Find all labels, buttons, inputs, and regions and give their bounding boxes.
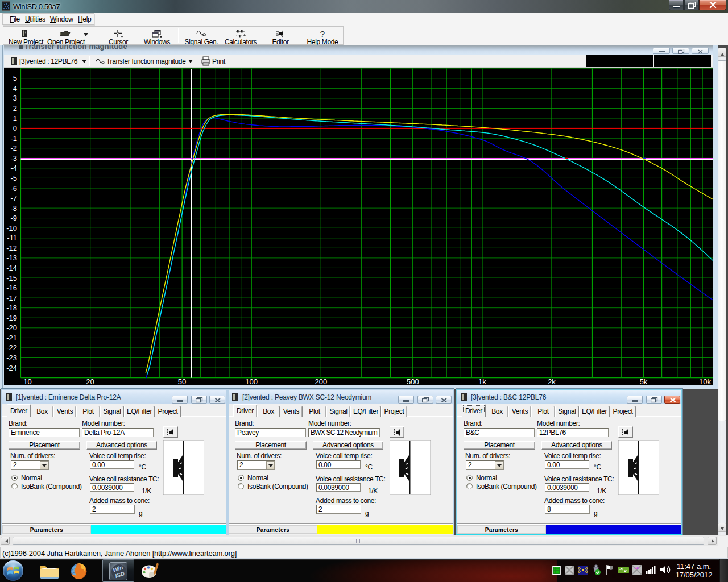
svg-text:0: 0 [13, 124, 17, 132]
svg-text:100: 100 [245, 377, 258, 385]
svg-text:500: 500 [407, 377, 419, 385]
svg-text:-17: -17 [6, 294, 17, 302]
svg-text:-9: -9 [10, 214, 17, 222]
svg-text:-5: -5 [10, 174, 17, 182]
svg-text:5: 5 [13, 74, 17, 82]
svg-text:-6: -6 [10, 184, 17, 193]
svg-text:-15: -15 [6, 274, 17, 282]
svg-text:1k: 1k [478, 377, 486, 385]
svg-text:60: 60 [635, 566, 640, 571]
svg-text:10: 10 [23, 377, 31, 385]
svg-text:2k: 2k [548, 377, 556, 385]
svg-text:-19: -19 [6, 314, 17, 322]
svg-text:200: 200 [315, 377, 327, 385]
svg-text:-7: -7 [10, 194, 17, 202]
svg-text:-16: -16 [6, 284, 17, 292]
svg-text:-10: -10 [6, 224, 17, 232]
svg-text:5k: 5k [640, 377, 648, 385]
svg-text:-23: -23 [6, 354, 17, 362]
svg-text:-4: -4 [10, 164, 17, 172]
svg-text:-21: -21 [6, 334, 17, 342]
svg-text:-12: -12 [6, 244, 17, 252]
svg-text:-14: -14 [6, 264, 17, 272]
svg-text:-22: -22 [6, 343, 17, 352]
svg-text:-18: -18 [6, 304, 17, 312]
svg-text:-3: -3 [10, 154, 17, 163]
svg-text:-8: -8 [10, 204, 17, 213]
svg-text:20: 20 [86, 377, 94, 385]
svg-text:-11: -11 [7, 234, 17, 242]
svg-text:-13: -13 [6, 253, 17, 262]
svg-text:1: 1 [13, 114, 17, 123]
svg-text:10k: 10k [699, 377, 711, 385]
svg-text:-2: -2 [10, 144, 17, 152]
svg-text:?: ? [320, 29, 325, 39]
svg-text:3: 3 [13, 94, 17, 102]
svg-text:2: 2 [13, 104, 17, 113]
svg-text:-1: -1 [10, 134, 17, 143]
svg-text:-24: -24 [6, 364, 17, 372]
svg-text:4: 4 [13, 84, 17, 93]
svg-text:50: 50 [178, 377, 186, 385]
svg-text:-20: -20 [6, 323, 17, 332]
